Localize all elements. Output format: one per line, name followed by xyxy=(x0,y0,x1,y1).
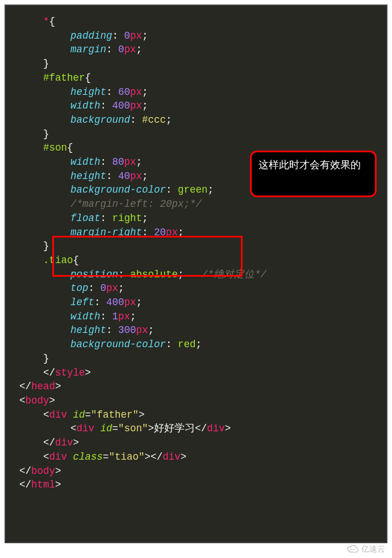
div-son-text: 好好学习 xyxy=(154,423,195,434)
selector-son: #son xyxy=(43,142,67,153)
comment-margin-left: /*margin-left: 20px;*/ xyxy=(70,198,202,210)
annotation-note: 这样此时才会有效果的 xyxy=(250,151,377,197)
watermark: 亿速云 xyxy=(347,544,385,555)
svg-point-1 xyxy=(354,549,355,550)
annotation-text: 这样此时才会有效果的 xyxy=(258,159,361,170)
code-editor: *{ padding: 0px; margin: 0px; } #father{… xyxy=(5,5,387,543)
cloud-icon xyxy=(347,545,359,555)
watermark-text: 亿速云 xyxy=(361,544,385,555)
selector-tiao: .tiao xyxy=(43,255,73,266)
svg-point-0 xyxy=(351,549,352,550)
comment-absolute: /*绝对定位*/ xyxy=(202,269,266,280)
selector-star: * xyxy=(43,16,49,27)
selector-father: #father xyxy=(43,72,85,84)
